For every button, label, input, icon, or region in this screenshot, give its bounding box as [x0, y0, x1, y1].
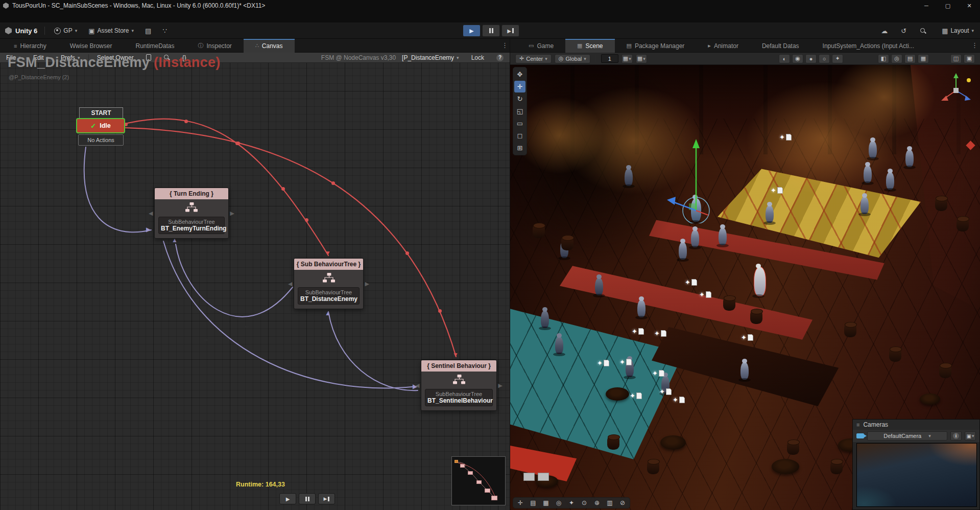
- menu-window[interactable]: [104, 11, 114, 22]
- services-graph-button[interactable]: ∵: [160, 26, 169, 36]
- overlay-target-icon[interactable]: ⊕: [591, 498, 603, 507]
- grid-snap-value-field[interactable]: 1: [601, 54, 618, 63]
- camera-select-dropdown[interactable]: DefaultCamera▾: [867, 431, 947, 441]
- grid-snap-icon[interactable]: ▦▾: [622, 54, 633, 63]
- grid-visual-icon[interactable]: ▦▾: [636, 54, 647, 63]
- close-button[interactable]: ✕: [959, 0, 980, 11]
- scene-split-icon[interactable]: ◫: [950, 54, 962, 63]
- scene-layers-icon[interactable]: ▤: [904, 54, 916, 63]
- start-node[interactable]: START: [79, 107, 123, 119]
- archive-button[interactable]: ▤: [143, 26, 153, 36]
- graph-step-button[interactable]: ▶: [318, 493, 335, 504]
- scale-tool-icon[interactable]: ◱: [514, 105, 525, 117]
- vfx-gizmo[interactable]: ✦: [673, 395, 689, 405]
- overlay-sphere-icon[interactable]: ◎: [553, 498, 565, 507]
- menu-live2d[interactable]: [84, 11, 94, 22]
- scene-fx-icon[interactable]: ●: [805, 54, 817, 63]
- tab-canvas[interactable]: ∴Canvas: [244, 39, 295, 53]
- orientation-button[interactable]: ◎Global▾: [555, 54, 590, 63]
- transform-tool-icon[interactable]: ◻: [514, 130, 525, 142]
- idle-state-node[interactable]: ✓ Idle: [76, 118, 125, 133]
- help-button[interactable]: ?: [490, 53, 510, 63]
- cameras-panel-header[interactable]: ≡Cameras: [853, 420, 979, 430]
- scene-eye-icon[interactable]: ◎: [891, 54, 902, 63]
- vfx-gizmo[interactable]: ✦: [685, 277, 701, 287]
- scene-camera-toggle-icon[interactable]: ▣: [964, 54, 975, 63]
- graph-minimap[interactable]: [451, 456, 506, 505]
- scene-viewport[interactable]: ✦✦✦✦✦✦✦✦✦✦✦✦✦ ✥✛↻◱▭◻⊞ ✛▤▦◎✦⊙⊕▥⊘ ≡Cameras: [510, 65, 980, 510]
- move-gizmo[interactable]: [664, 134, 736, 223]
- tab-wwise-browser[interactable]: Wwise Browser: [58, 39, 124, 53]
- scene-grid-dropdown-icon[interactable]: ▦: [918, 54, 929, 63]
- search-icon[interactable]: [920, 28, 926, 34]
- menu-component[interactable]: [43, 11, 53, 22]
- menu-services[interactable]: [53, 11, 63, 22]
- vfx-gizmo[interactable]: ✦: [652, 368, 668, 378]
- overlay-fx-icon[interactable]: ✦: [565, 498, 578, 507]
- node-sentinel-behaviour[interactable]: { Sentinel Behaviour } SubBehaviourTreeB…: [421, 360, 497, 411]
- menu-file[interactable]: [2, 11, 12, 22]
- menu-jobs[interactable]: [74, 11, 84, 22]
- node-turn-ending[interactable]: { Turn Ending } SubBehaviourTreeBT_Enemy…: [154, 188, 229, 239]
- vfx-gizmo[interactable]: ✦: [630, 390, 646, 401]
- node-in-arrow[interactable]: ◀: [149, 210, 153, 217]
- camera-frame-button[interactable]: ▣▾: [965, 431, 976, 441]
- overlay-search-icon[interactable]: ⊙: [578, 498, 590, 507]
- overlay-align-icon[interactable]: ▤: [527, 498, 539, 507]
- vfx-gizmo[interactable]: ✦: [654, 328, 671, 338]
- menu-wwise[interactable]: [94, 11, 104, 22]
- menu-edit[interactable]: [12, 11, 22, 22]
- menu-tools[interactable]: [63, 11, 74, 22]
- layout-dropdown[interactable]: ▦Layout▾: [940, 26, 976, 36]
- scene-debug-icon[interactable]: ◧: [878, 54, 889, 63]
- node-in-arrow[interactable]: ◀: [415, 382, 419, 389]
- step-button[interactable]: ▶: [501, 25, 519, 37]
- node-in-arrow[interactable]: ◀: [288, 281, 292, 287]
- rect-tool-icon[interactable]: ▭: [514, 118, 525, 129]
- scene-visibility-icon[interactable]: ○: [819, 54, 830, 63]
- minimize-button[interactable]: ─: [916, 0, 937, 11]
- vfx-gizmo[interactable]: ✦: [741, 332, 757, 342]
- vfx-gizmo[interactable]: ✦: [597, 358, 613, 368]
- graph-target-dropdown[interactable]: [P_DistanceEnemy▾: [396, 53, 465, 63]
- tab-runtimedatas[interactable]: RuntimeDatas: [124, 39, 186, 53]
- node-sub-behaviourtree[interactable]: { Sub BehaviourTree } SubBehaviourTreeBT…: [294, 258, 364, 309]
- menu-help[interactable]: [114, 11, 125, 22]
- camera-info-button[interactable]: i: [950, 431, 962, 441]
- tab-package-manager[interactable]: ▤Package Manager: [615, 39, 697, 53]
- left-dock-more-icon[interactable]: ⋮: [501, 41, 508, 49]
- node-out-arrow[interactable]: ▶: [498, 382, 503, 389]
- right-dock-more-icon[interactable]: ⋮: [971, 41, 978, 49]
- scene-lighting-icon[interactable]: ◐: [779, 54, 790, 63]
- node-out-arrow[interactable]: ▶: [230, 210, 234, 217]
- overlay-move-icon[interactable]: ✛: [514, 498, 527, 507]
- overlay-cards-icon[interactable]: ▥: [604, 498, 616, 507]
- tab-inspector[interactable]: ⓘInspector: [186, 39, 244, 53]
- tab-hierarchy[interactable]: ≡Hierarchy: [2, 39, 58, 53]
- vfx-gizmo[interactable]: ✦: [619, 357, 636, 367]
- vfx-gizmo[interactable]: ✦: [779, 132, 796, 142]
- custom-tool-icon[interactable]: ⊞: [514, 142, 525, 154]
- graph-pause-button[interactable]: [299, 493, 316, 504]
- overlay-disabled-icon[interactable]: ⊘: [616, 498, 629, 507]
- history-icon[interactable]: ↺: [901, 27, 906, 35]
- pivot-mode-button[interactable]: ✛Center▾: [515, 54, 552, 63]
- rotate-tool-icon[interactable]: ↻: [514, 93, 525, 105]
- vfx-gizmo[interactable]: ✦: [699, 289, 715, 299]
- pause-button[interactable]: [482, 25, 500, 37]
- graph-play-button[interactable]: ▶: [279, 493, 296, 504]
- tab-game[interactable]: ▭Game: [517, 39, 565, 53]
- scene-audio-icon[interactable]: ◉: [792, 54, 803, 63]
- play-button[interactable]: ▶: [463, 25, 481, 37]
- vfx-gizmo[interactable]: ✦: [632, 326, 648, 336]
- orientation-gizmo[interactable]: [933, 69, 974, 110]
- tab-scene[interactable]: ▦Scene: [565, 39, 614, 53]
- maximize-button[interactable]: ▢: [937, 0, 959, 11]
- account-button[interactable]: GP▾: [52, 26, 79, 35]
- cloud-icon[interactable]: ☁: [881, 27, 888, 35]
- vfx-gizmo[interactable]: ✦: [771, 185, 787, 195]
- menu-gameobject[interactable]: [33, 11, 43, 22]
- move-tool-icon[interactable]: ✛: [514, 81, 525, 92]
- node-out-arrow[interactable]: ▶: [365, 281, 369, 287]
- scene-effects-dropdown-icon[interactable]: ✦: [832, 54, 843, 63]
